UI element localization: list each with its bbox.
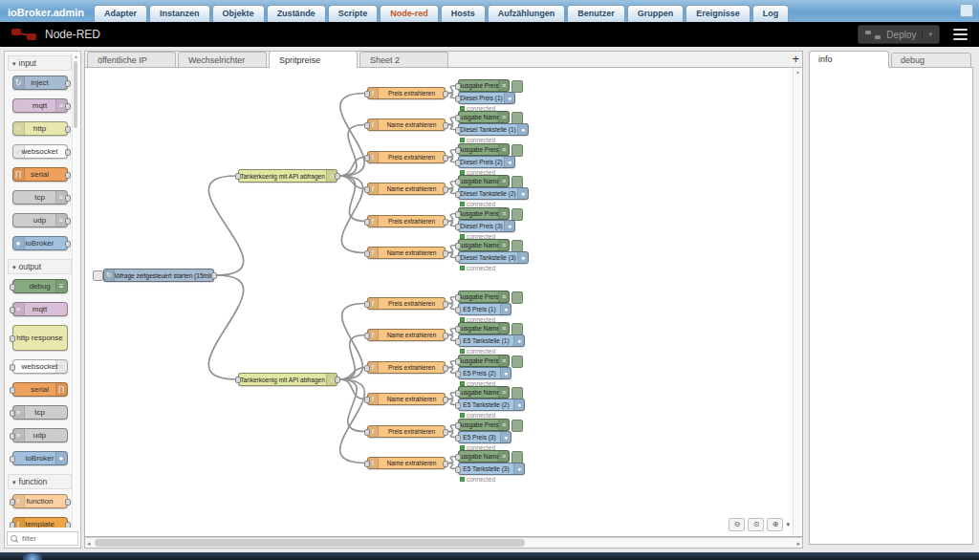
admin-tab-objekte[interactable]: Objekte [212,5,265,22]
palette-node-tcp[interactable]: »tcp [12,405,68,420]
palette-category-function[interactable]: ▾function [8,474,72,489]
palette-node-inject[interactable]: ↻inject [12,75,68,90]
scroll-left-icon[interactable]: ◂ [87,539,91,548]
flow-tab-spritpreise[interactable]: Spritpreise [269,51,358,68]
flow-node-httpreq[interactable]: Tankerkoenig mit API abfragen○ [238,169,337,183]
flow-node-debug[interactable]: Ausgabe Preis≡ [458,419,510,431]
palette-node-http[interactable]: ○http [12,121,68,136]
flow-node-iob[interactable]: Diesel Preis (1)● [458,92,515,104]
flow-node-httpreq[interactable]: Tankerkoenig mit API abfragen○ [238,373,337,386]
palette-category-input[interactable]: ▾input [8,55,72,71]
flow-node-debug[interactable]: Ausgabe Name≡ [458,111,510,123]
add-flow-button[interactable]: + [792,53,799,66]
palette-category-output[interactable]: ▾output [8,259,72,274]
flow-tab-sheet-2[interactable]: Sheet 2 [359,52,448,67]
inject-trigger-button[interactable] [93,270,103,281]
flow-node-func[interactable]: fPreis extrahieren [367,425,446,438]
palette-filter-input[interactable] [20,533,75,544]
debug-toggle-button[interactable] [511,144,523,157]
flow-node-func[interactable]: fPreis extrahieren [367,215,446,227]
flow-node-iob[interactable]: E5 Tankstelle (2)● [458,398,525,411]
palette-node-iobroker[interactable]: ●ioBroker [12,451,68,465]
menu-icon[interactable] [953,26,968,43]
flow-node-debug[interactable]: Ausgabe Name≡ [458,450,510,463]
wire[interactable] [208,176,243,275]
palette-node-serial[interactable]: ∏serial [12,167,68,182]
flow-node-iob[interactable]: E5 Preis (3)● [458,431,511,443]
zoom-out-button[interactable]: ⊖ [729,518,745,531]
flow-node-iob[interactable]: E5 Tankstelle (1)● [458,334,525,347]
debug-toggle-button[interactable] [511,420,523,432]
flow-node-func[interactable]: fPreis extrahieren [367,361,446,374]
flow-node-debug[interactable]: Ausgabe Preis≡ [458,207,510,220]
palette-node-template[interactable]: {template [12,517,68,528]
sidebar-tab-info[interactable]: info [809,51,889,68]
debug-toggle-button[interactable] [511,355,523,368]
debug-toggle-button[interactable] [511,208,523,221]
palette-scrollbar[interactable]: ▲ [72,54,79,528]
scroll-right-icon[interactable]: ▸ [796,539,800,548]
palette-node-websocket[interactable]: ○websocket [12,359,68,374]
zoom-reset-button[interactable]: ⊙ [748,518,764,531]
deploy-caret-icon[interactable]: ▾ [922,31,932,38]
wire[interactable] [339,176,365,253]
palette-node-mqtt[interactable]: »mqtt [12,98,68,113]
flow-node-func[interactable]: fPreis extrahieren [367,151,446,163]
palette-node-tcp[interactable]: »tcp [12,190,68,205]
flow-node-func[interactable]: fPreis extrahieren [367,87,446,99]
flow-node-iob[interactable]: Diesel Tankstelle (1)● [458,123,529,136]
flow-node-iob[interactable]: E5 Preis (2)● [458,367,511,379]
flow-node-iob[interactable]: E5 Tankstelle (3)● [458,463,525,475]
flow-node-debug[interactable]: Ausgabe Preis≡ [458,143,510,156]
wire[interactable] [339,379,365,463]
flow-node-iob[interactable]: Diesel Tankstelle (3)● [458,251,529,264]
admin-tab-zust-nde[interactable]: Zustände [267,5,326,22]
flow-node-debug[interactable]: Ausgabe Name≡ [458,175,510,187]
flow-node-func[interactable]: fName extrahieren [367,118,446,131]
palette-node-debug[interactable]: ≡debug [12,279,68,293]
sidebar-tab-debug[interactable]: debug [891,53,971,68]
flow-tab-wechselrichter[interactable]: Wechselrichter [178,52,267,67]
admin-tab-instanzen[interactable]: Instanzen [149,5,210,22]
wire[interactable] [208,275,243,379]
palette-node-websocket[interactable]: ○websocket [12,144,68,159]
flow-node-func[interactable]: fName extrahieren [367,329,446,341]
admin-tab-log[interactable]: Log [752,5,790,22]
canvas-horizontal-scrollbar[interactable]: ◂ ▸ [84,537,803,549]
debug-toggle-button[interactable] [511,291,523,304]
zoom-caret-icon[interactable]: ▾ [786,521,790,528]
flow-node-debug[interactable]: Ausgabe Name≡ [458,239,510,251]
admin-tab-aufz-hlungen[interactable]: Aufzählungen [488,5,566,22]
admin-tab-hosts[interactable]: Hosts [441,5,486,22]
flow-node-debug[interactable]: Ausgabe Preis≡ [458,79,510,92]
flow-node-iob[interactable]: Diesel Tankstelle (2)● [458,187,529,200]
palette-node-udp[interactable]: »udp [12,213,68,227]
admin-tab-benutzer[interactable]: Benutzer [567,5,625,22]
scrollbar-thumb[interactable] [95,539,525,547]
flow-node-debug[interactable]: Ausgabe Name≡ [458,322,510,334]
admin-tab-ereignisse[interactable]: Ereignisse [685,5,751,22]
flow-tab--ffentliche-ip[interactable]: öffentliche IP [87,52,176,67]
flow-node-iob[interactable]: Diesel Preis (3)● [458,220,515,232]
palette-node-iobroker[interactable]: ●ioBroker [12,236,68,250]
flow-node-func[interactable]: fName extrahieren [367,457,446,469]
flow-node-debug[interactable]: Ausgabe Preis≡ [458,291,510,303]
admin-tab-scripte[interactable]: Scripte [328,5,379,22]
debug-toggle-button[interactable] [511,80,523,93]
palette-node-udp[interactable]: »udp [12,428,68,442]
flow-node-func[interactable]: fPreis extrahieren [367,297,446,310]
palette-node-http-response[interactable]: http response [12,325,68,351]
palette-node-mqtt[interactable]: »mqtt [12,302,68,316]
flow-canvas[interactable]: ↻Abfrage zeitgesteuert starten (15min)Ta… [84,68,803,537]
palette-node-function[interactable]: ffunction [12,494,68,508]
flow-node-func[interactable]: fName extrahieren [367,393,446,405]
flow-node-debug[interactable]: Ausgabe Preis≡ [458,355,510,367]
deploy-button[interactable]: Deploy ▾ [858,25,940,44]
admin-tab-adapter[interactable]: Adapter [94,5,147,22]
admin-tab-node-red[interactable]: Node-red [380,5,439,22]
flow-node-func[interactable]: fName extrahieren [367,183,446,195]
canvas-vertical-scrollbar[interactable]: ▲ [793,68,802,536]
flow-node-inject[interactable]: ↻Abfrage zeitgesteuert starten (15min) [103,269,214,282]
flow-node-iob[interactable]: E5 Preis (1)● [458,303,511,315]
admin-tab-gruppen[interactable]: Gruppen [627,5,685,22]
